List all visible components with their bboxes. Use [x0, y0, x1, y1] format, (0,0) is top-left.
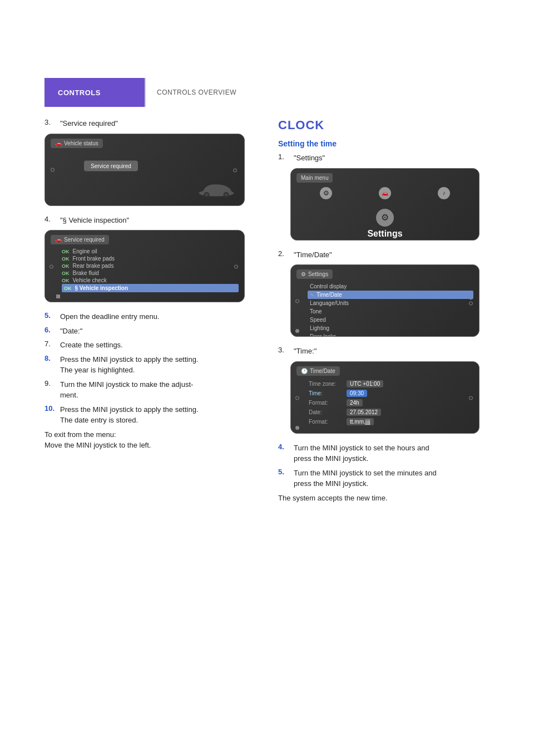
step-8: 8. Press the MINI joystick to apply the …	[44, 354, 256, 376]
pencil-icon: ✎	[310, 292, 314, 298]
service-required-label: Service required	[84, 161, 138, 171]
td-row-date: Date: 27.05.2012	[306, 408, 473, 417]
right-step-2-num: 2.	[278, 249, 290, 261]
right-step-2: 2. "Time/Date"	[278, 249, 490, 261]
step-4-text: "§ Vehicle inspection"	[60, 215, 129, 226]
step-7-text: Create the settings.	[60, 340, 123, 351]
sm-item-timedate: ✎ Time/Date	[308, 291, 473, 299]
td-row-format2: Format: tt.mm.jjjj	[306, 417, 473, 426]
right-step-5-text: Turn the MINI joystick to set the minute…	[294, 468, 437, 489]
right-step-4: 4. Turn the MINI joystick to set the hou…	[278, 443, 490, 464]
step-10-text: Press the MINI joystick to apply the set…	[60, 404, 199, 426]
td-nav-dot-left	[295, 396, 299, 400]
mm-settings-label: Settings	[367, 229, 402, 239]
step-7-num: 7.	[44, 340, 57, 351]
right-step-2-text: "Time/Date"	[294, 249, 332, 261]
content-area: 3. "Service required" 🚗 Vehicle status S…	[44, 118, 490, 503]
sr-item-1: OK Engine oil	[62, 248, 239, 255]
screen-vehicle-status: 🚗 Vehicle status Service required	[44, 134, 245, 206]
right-step-3-text: "Time:"	[294, 346, 317, 357]
sr-item-2: OK Front brake pads	[62, 255, 239, 262]
nav-dot-right	[233, 168, 237, 172]
right-step-1-text: "Settings"	[294, 153, 325, 164]
step-3-text: "Service required"	[60, 118, 118, 129]
nav-dot-right-2	[234, 265, 238, 269]
step-6-text: "Date:"	[60, 326, 82, 337]
sm-title: ⚙ Settings	[296, 269, 333, 279]
mm-settings-icon: ⚙	[376, 209, 394, 227]
right-step-5-num: 5.	[278, 468, 290, 489]
sm-icon: ⚙	[301, 271, 306, 277]
mm-center: ⚙ Settings	[296, 202, 473, 240]
step-3: 3. "Service required"	[44, 118, 256, 129]
step-7: 7. Create the settings.	[44, 340, 256, 351]
mm-icon-car: 🚗	[379, 187, 391, 199]
screen-service-list: 🚗 Service required OK Engine oil OK Fron…	[44, 230, 245, 302]
breadcrumb: CONTROLS CONTROLS OVERVIEW	[44, 78, 490, 107]
nav-dot-left-2	[50, 265, 53, 269]
sr-icon: 🚗	[55, 237, 62, 243]
step-5-num: 5.	[44, 311, 57, 322]
svg-point-3	[205, 193, 209, 197]
td-row-timezone: Time zone: UTC +01:00	[306, 379, 473, 389]
car-silhouette-icon	[197, 178, 236, 199]
right-step-4-text: Turn the MINI joystick to set the hours …	[294, 443, 429, 464]
vs-title: 🚗 Vehicle status	[51, 139, 103, 148]
right-step-1-num: 1.	[278, 153, 290, 164]
step-6-num: 6.	[44, 326, 57, 337]
nav-dot-left	[51, 168, 55, 171]
breadcrumb-controls-label: CONTROLS	[44, 78, 145, 107]
sm-item-lighting: Lighting	[308, 324, 473, 332]
right-step-3-num: 3.	[278, 346, 290, 357]
step-10: 10. Press the MINI joystick to apply the…	[44, 404, 256, 426]
step-4: 4. "§ Vehicle inspection"	[44, 215, 256, 226]
screen-settings: ⚙ Settings Control display ✎ Time/Date	[290, 264, 479, 337]
screen-main-menu-wrap: Main menu ⚙ 🚗 ♪ ⚙ Settings	[290, 168, 490, 240]
step-5-text: Open the deadline entry menu.	[60, 311, 160, 322]
screen-timedate-wrap: 🕐 Time/Date Time zone: UTC +01:00	[290, 361, 490, 434]
screen-settings-wrap: ⚙ Settings Control display ✎ Time/Date	[290, 264, 490, 337]
screen-timedate: 🕐 Time/Date Time zone: UTC +01:00	[290, 361, 479, 434]
sm-nav-dot-right-2	[469, 302, 473, 306]
vs-icon: 🚗	[55, 140, 62, 146]
mm-title: Main menu	[296, 173, 333, 183]
step-4-num: 4.	[44, 215, 57, 226]
left-column: 3. "Service required" 🚗 Vehicle status S…	[44, 118, 256, 503]
td-nav-dot-right	[469, 396, 473, 400]
screen-main-menu: Main menu ⚙ 🚗 ♪ ⚙ Settings	[290, 168, 479, 240]
subsection-title: Setting the time	[278, 139, 490, 148]
sm-item-tone: Tone	[308, 307, 473, 316]
sm-item-control-display: Control display	[308, 282, 473, 291]
sr-item-6: OK § Vehicle inspection	[62, 284, 239, 292]
td-bottom-dot	[295, 426, 299, 430]
sm-item-speed: Speed	[308, 316, 473, 324]
step-9-num: 9.	[44, 379, 57, 401]
mm-icon-gear: ⚙	[320, 187, 332, 199]
right-step-3: 3. "Time:"	[278, 346, 490, 357]
right-step-4-num: 4.	[278, 443, 290, 464]
step-3-num: 3.	[44, 118, 57, 129]
mm-icon-music: ♪	[438, 187, 450, 199]
sm-bottom-dot	[295, 329, 299, 333]
breadcrumb-overview-label: CONTROLS OVERVIEW	[146, 78, 248, 107]
step-8-num: 8.	[44, 354, 57, 376]
step-8-text: Press the MINI joystick to apply the set…	[60, 354, 199, 376]
section-title: CLOCK	[278, 118, 490, 132]
sr-item-4: OK Brake fluid	[62, 269, 239, 277]
sm-item-doorlocks: Door locks	[308, 332, 473, 336]
td-row-format1: Format: 24h	[306, 398, 473, 408]
right-column: CLOCK Setting the time 1. "Settings" Mai…	[278, 118, 490, 503]
sm-nav-dot-right-1	[469, 296, 473, 300]
td-row-time: Time: 09:30	[306, 389, 473, 398]
step-9: 9. Turn the MINI joystick to make the ad…	[44, 379, 256, 401]
td-clock-icon: 🕐	[301, 368, 308, 374]
page-container: CONTROLS CONTROLS OVERVIEW 3. "Service r…	[0, 78, 534, 756]
step-10-num: 10.	[44, 404, 57, 426]
right-step-1: 1. "Settings"	[278, 153, 490, 164]
sm-item-language: Language/Units	[308, 299, 473, 307]
step-5: 5. Open the deadline entry menu.	[44, 311, 256, 322]
note-text: To exit from the menu: Move the MINI joy…	[44, 429, 256, 451]
right-step-5: 5. Turn the MINI joystick to set the min…	[278, 468, 490, 489]
svg-point-4	[225, 193, 228, 197]
step-9-text: Turn the MINI joystick to make the adjus…	[60, 379, 193, 401]
